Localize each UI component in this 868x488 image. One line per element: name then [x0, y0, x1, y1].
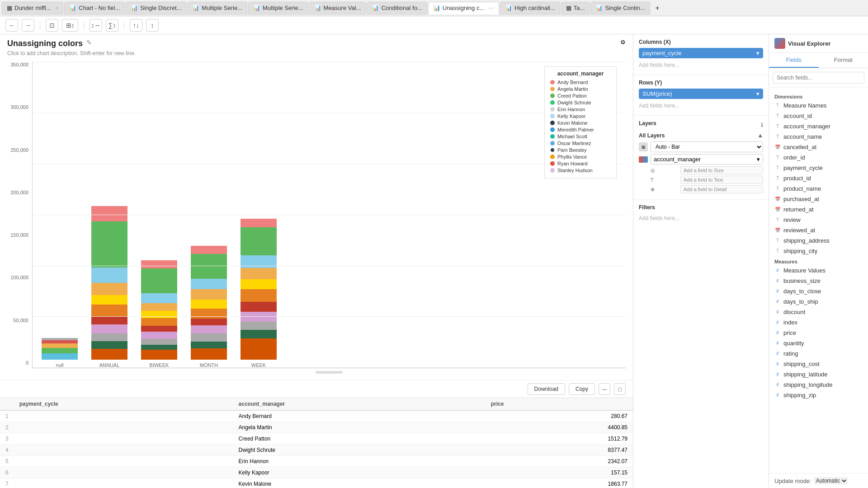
dimension-field-item[interactable]: T account_id — [769, 111, 868, 121]
chart-type-select[interactable]: Auto - Bar Bar Line Area — [651, 141, 763, 152]
chart-icon8: 📊 — [505, 5, 512, 11]
measure-field-item[interactable]: # quantity — [769, 338, 868, 348]
bar-segment — [42, 340, 78, 343]
chart-area: 350,000 300,000 250,000 200,000 150,000 … — [0, 58, 633, 380]
dimension-field-item[interactable]: T account_name — [769, 131, 868, 142]
edit-icon[interactable]: ✎ — [86, 39, 92, 46]
tab-conditional[interactable]: 📊 Conditional fo... — [367, 2, 427, 14]
chart-description[interactable]: Click to add chart description. Shift-en… — [0, 50, 633, 58]
sort-desc-button[interactable]: ↕ — [146, 19, 159, 32]
copy-button[interactable]: Copy — [569, 383, 595, 395]
dimension-field-item[interactable]: T shipping_city — [769, 246, 868, 256]
add-tab-button[interactable]: + — [651, 2, 664, 14]
dimension-field-item[interactable]: T account_manager — [769, 121, 868, 131]
size-field-input[interactable]: Add a field to Size — [680, 166, 763, 174]
legend-dot — [550, 134, 555, 139]
sum-button[interactable]: ∑↕ — [106, 19, 118, 32]
dimension-field-item[interactable]: 📅 returned_at — [769, 204, 868, 215]
columns-field-pill[interactable]: payment_cycle ▾ — [639, 48, 763, 58]
color-dropdown-icon[interactable]: ▾ — [757, 156, 760, 163]
tab-chart-no-field[interactable]: 📊 Chart - No fiel... — [64, 2, 125, 14]
back-button[interactable]: ← — [5, 19, 18, 32]
measure-field-item[interactable]: # shipping_longitude — [769, 380, 868, 390]
scrollbar-hint[interactable] — [316, 371, 343, 374]
tab-multiple-series2[interactable]: 📊 Multiple Serie... — [248, 2, 308, 14]
minimize-button[interactable]: ─ — [599, 383, 610, 395]
tab-measure-val[interactable]: 📊 Measure Val... — [309, 2, 366, 14]
cell-payment-cycle — [14, 479, 233, 488]
dimension-field-item[interactable]: T product_id — [769, 173, 868, 183]
tab-dunder[interactable]: ▦ Dunder miffl... × — [2, 2, 63, 14]
rows-add-field[interactable]: Add fields here... — [639, 101, 763, 111]
columns-add-field[interactable]: Add fields here... — [639, 60, 763, 70]
measure-field-item[interactable]: # price — [769, 328, 868, 338]
rows-field-pill[interactable]: SUM(price) ▾ — [639, 89, 763, 99]
dimension-field-item[interactable]: 📅 reviewed_at — [769, 225, 868, 235]
tab-high-cardinali[interactable]: 📊 High cardinali... — [500, 2, 560, 14]
dimension-field-item[interactable]: T product_name — [769, 183, 868, 194]
chart-main: null — [32, 62, 626, 376]
measure-field-item[interactable]: # rating — [769, 348, 868, 359]
legend-item-pam: Pam Beesley — [550, 147, 611, 153]
layout-button[interactable]: ⊞↕ — [62, 19, 78, 32]
measure-field-item[interactable]: # business_size — [769, 276, 868, 286]
dimension-field-item[interactable]: T Measure Names — [769, 100, 868, 111]
grid-button[interactable]: ⊡ — [46, 19, 58, 32]
tab-fields[interactable]: Fields — [769, 53, 819, 68]
layers-collapse-button[interactable]: ▲ — [757, 132, 763, 139]
tab-single-contin[interactable]: 📊 Single Contin... — [590, 2, 650, 14]
layers-info-icon[interactable]: ℹ — [761, 122, 763, 128]
forward-button[interactable]: → — [22, 19, 34, 32]
measure-field-item[interactable]: # days_to_ship — [769, 296, 868, 307]
field-name: shipping_city — [783, 248, 817, 254]
field-type-icon: # — [774, 382, 781, 388]
stacked-bar-week[interactable] — [241, 219, 277, 360]
field-type-icon: T — [774, 155, 781, 161]
tab-unassigning[interactable]: 📊 Unassigning c... ⋯ — [428, 2, 500, 14]
dimension-field-item[interactable]: T order_id — [769, 152, 868, 163]
detail-field-input[interactable]: Add a field to Detail — [680, 185, 763, 193]
rows-dropdown-icon[interactable]: ▾ — [756, 90, 760, 97]
dimension-field-item[interactable]: 📅 purchased_at — [769, 194, 868, 204]
measure-field-item[interactable]: # shipping_zip — [769, 390, 868, 400]
field-type-icon: # — [774, 278, 781, 284]
dimension-field-item[interactable]: T review — [769, 215, 868, 225]
search-input[interactable] — [773, 72, 864, 84]
close-icon[interactable]: × — [55, 5, 59, 11]
download-button[interactable]: Download — [528, 383, 565, 395]
stacked-bar-null[interactable] — [42, 338, 78, 360]
measure-field-item[interactable]: # discount — [769, 307, 868, 317]
transpose-button[interactable]: ↕↔ — [90, 19, 102, 32]
color-field-select[interactable]: account_manager ▾ — [651, 154, 763, 164]
update-mode-select[interactable]: Automatic Manual — [814, 477, 848, 484]
maximize-button[interactable]: □ — [614, 383, 626, 395]
tab-multiple-series1[interactable]: 📊 Multiple Serie... — [187, 2, 247, 14]
measure-field-item[interactable]: # shipping_cost — [769, 359, 868, 369]
col-header-payment-cycle[interactable]: payment_cycle — [14, 398, 233, 410]
filters-add-field[interactable]: Add fields here... — [639, 213, 763, 223]
tab-more-icon[interactable]: ⋯ — [488, 5, 494, 11]
text-field-input[interactable]: Add a field to Text — [680, 176, 763, 184]
tab-single-discrete[interactable]: 📊 Single Discret... — [126, 2, 186, 14]
table-row: 3 Creed Patton 1512.79 — [0, 433, 633, 445]
legend-label: Creed Patton — [557, 93, 587, 99]
field-type-icon: # — [774, 319, 781, 326]
legend-item-dwight: Dwight Schrute — [550, 100, 611, 105]
tab-format[interactable]: Format — [819, 53, 868, 68]
col-header-price[interactable]: price — [486, 398, 633, 410]
sort-asc-button[interactable]: ↑↓ — [130, 19, 142, 32]
settings-icon[interactable]: ⚙ — [620, 39, 626, 46]
tab-ta[interactable]: ▦ Ta... — [561, 2, 590, 14]
measure-field-item[interactable]: # Measure Values — [769, 265, 868, 276]
dimension-field-item[interactable]: 📅 cancelled_at — [769, 142, 868, 152]
dimension-field-item[interactable]: T shipping_address — [769, 235, 868, 246]
stacked-bar-biweek[interactable] — [141, 260, 177, 360]
measure-field-item[interactable]: # index — [769, 317, 868, 328]
columns-dropdown-icon[interactable]: ▾ — [756, 50, 760, 56]
measure-field-item[interactable]: # shipping_latitude — [769, 369, 868, 380]
col-header-account-manager[interactable]: account_manager — [233, 398, 486, 410]
stacked-bar-annual[interactable] — [91, 206, 127, 360]
dimension-field-item[interactable]: T payment_cycle — [769, 163, 868, 173]
measure-field-item[interactable]: # days_to_close — [769, 286, 868, 296]
stacked-bar-month[interactable] — [191, 246, 227, 360]
